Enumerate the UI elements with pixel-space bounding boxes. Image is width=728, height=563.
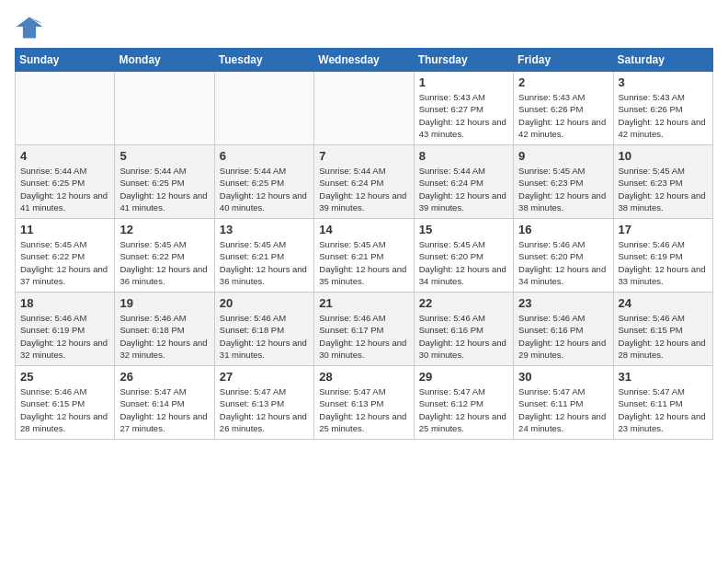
calendar-cell: 6Sunrise: 5:44 AMSunset: 6:25 PMDaylight… (214, 145, 313, 219)
day-number: 16 (518, 223, 608, 236)
calendar-cell: 21Sunrise: 5:46 AMSunset: 6:17 PMDayligh… (314, 293, 414, 366)
day-info: Sunrise: 5:47 AMSunset: 6:14 PMDaylight:… (119, 385, 209, 434)
column-header-wednesday: Wednesday (314, 49, 414, 72)
calendar-cell: 13Sunrise: 5:45 AMSunset: 6:21 PMDayligh… (214, 219, 313, 293)
day-info: Sunrise: 5:47 AMSunset: 6:13 PMDaylight:… (319, 385, 408, 434)
calendar-cell: 7Sunrise: 5:44 AMSunset: 6:24 PMDaylight… (314, 145, 414, 219)
day-info: Sunrise: 5:46 AMSunset: 6:17 PMDaylight:… (319, 312, 408, 361)
day-info: Sunrise: 5:47 AMSunset: 6:13 PMDaylight:… (220, 385, 309, 434)
calendar-cell (314, 72, 414, 145)
day-number: 19 (119, 296, 209, 310)
day-number: 25 (20, 370, 109, 384)
day-info: Sunrise: 5:44 AMSunset: 6:25 PMDaylight:… (220, 165, 309, 213)
day-info: Sunrise: 5:46 AMSunset: 6:15 PMDaylight:… (619, 312, 708, 361)
svg-marker-0 (17, 17, 42, 38)
column-header-saturday: Saturday (613, 49, 712, 72)
logo-icon (15, 15, 44, 40)
calendar-cell: 27Sunrise: 5:47 AMSunset: 6:13 PMDayligh… (214, 366, 313, 440)
day-number: 4 (20, 149, 109, 163)
calendar-cell: 2Sunrise: 5:43 AMSunset: 6:26 PMDaylight… (514, 72, 613, 145)
day-info: Sunrise: 5:46 AMSunset: 6:19 PMDaylight:… (20, 312, 109, 361)
day-number: 20 (220, 296, 309, 310)
day-info: Sunrise: 5:45 AMSunset: 6:21 PMDaylight:… (319, 238, 408, 287)
day-number: 24 (619, 296, 708, 310)
calendar-cell: 15Sunrise: 5:45 AMSunset: 6:20 PMDayligh… (414, 219, 513, 293)
day-number: 18 (20, 296, 109, 310)
logo (15, 15, 48, 40)
day-info: Sunrise: 5:45 AMSunset: 6:20 PMDaylight:… (419, 238, 508, 287)
header-row: SundayMondayTuesdayWednesdayThursdayFrid… (16, 49, 713, 72)
calendar-cell: 12Sunrise: 5:45 AMSunset: 6:22 PMDayligh… (115, 219, 214, 293)
calendar-cell: 1Sunrise: 5:43 AMSunset: 6:27 PMDaylight… (414, 72, 513, 145)
column-header-tuesday: Tuesday (214, 49, 313, 72)
calendar-cell: 18Sunrise: 5:46 AMSunset: 6:19 PMDayligh… (16, 293, 115, 366)
day-number: 17 (619, 223, 708, 236)
day-number: 21 (319, 296, 408, 310)
day-info: Sunrise: 5:46 AMSunset: 6:19 PMDaylight:… (619, 238, 708, 287)
calendar-cell: 28Sunrise: 5:47 AMSunset: 6:13 PMDayligh… (314, 366, 414, 440)
calendar-cell: 24Sunrise: 5:46 AMSunset: 6:15 PMDayligh… (613, 293, 712, 366)
page-header (15, 15, 713, 40)
day-info: Sunrise: 5:45 AMSunset: 6:23 PMDaylight:… (619, 165, 708, 213)
calendar-cell: 10Sunrise: 5:45 AMSunset: 6:23 PMDayligh… (613, 145, 712, 219)
calendar-cell: 11Sunrise: 5:45 AMSunset: 6:22 PMDayligh… (16, 219, 115, 293)
day-number: 15 (419, 223, 508, 236)
column-header-monday: Monday (115, 49, 214, 72)
day-info: Sunrise: 5:47 AMSunset: 6:11 PMDaylight:… (518, 385, 608, 434)
day-number: 8 (419, 149, 508, 163)
calendar-cell: 31Sunrise: 5:47 AMSunset: 6:11 PMDayligh… (613, 366, 712, 440)
calendar-cell: 3Sunrise: 5:43 AMSunset: 6:26 PMDaylight… (613, 72, 712, 145)
week-row-3: 11Sunrise: 5:45 AMSunset: 6:22 PMDayligh… (16, 219, 713, 293)
day-info: Sunrise: 5:43 AMSunset: 6:26 PMDaylight:… (619, 91, 708, 140)
calendar-cell: 19Sunrise: 5:46 AMSunset: 6:18 PMDayligh… (115, 293, 214, 366)
day-number: 27 (220, 370, 309, 384)
day-info: Sunrise: 5:46 AMSunset: 6:18 PMDaylight:… (220, 312, 309, 361)
day-info: Sunrise: 5:45 AMSunset: 6:22 PMDaylight:… (20, 238, 109, 287)
day-number: 26 (119, 370, 209, 384)
day-number: 5 (119, 149, 209, 163)
day-number: 6 (220, 149, 309, 163)
calendar-cell (16, 72, 115, 145)
day-number: 14 (319, 223, 408, 236)
calendar-cell: 5Sunrise: 5:44 AMSunset: 6:25 PMDaylight… (115, 145, 214, 219)
day-info: Sunrise: 5:46 AMSunset: 6:18 PMDaylight:… (119, 312, 209, 361)
day-number: 29 (419, 370, 508, 384)
calendar-cell: 14Sunrise: 5:45 AMSunset: 6:21 PMDayligh… (314, 219, 414, 293)
day-number: 2 (518, 75, 608, 89)
column-header-friday: Friday (514, 49, 613, 72)
calendar-cell: 29Sunrise: 5:47 AMSunset: 6:12 PMDayligh… (414, 366, 513, 440)
day-info: Sunrise: 5:46 AMSunset: 6:16 PMDaylight:… (518, 312, 608, 361)
column-header-sunday: Sunday (16, 49, 115, 72)
week-row-4: 18Sunrise: 5:46 AMSunset: 6:19 PMDayligh… (16, 293, 713, 366)
day-info: Sunrise: 5:44 AMSunset: 6:25 PMDaylight:… (119, 165, 209, 213)
column-header-thursday: Thursday (414, 49, 513, 72)
day-number: 30 (518, 370, 608, 384)
day-info: Sunrise: 5:46 AMSunset: 6:16 PMDaylight:… (419, 312, 508, 361)
day-number: 22 (419, 296, 508, 310)
week-row-2: 4Sunrise: 5:44 AMSunset: 6:25 PMDaylight… (16, 145, 713, 219)
calendar-table: SundayMondayTuesdayWednesdayThursdayFrid… (15, 48, 713, 440)
calendar-cell: 4Sunrise: 5:44 AMSunset: 6:25 PMDaylight… (16, 145, 115, 219)
calendar-cell: 9Sunrise: 5:45 AMSunset: 6:23 PMDaylight… (514, 145, 613, 219)
day-info: Sunrise: 5:43 AMSunset: 6:26 PMDaylight:… (518, 91, 608, 140)
calendar-cell (115, 72, 214, 145)
week-row-5: 25Sunrise: 5:46 AMSunset: 6:15 PMDayligh… (16, 366, 713, 440)
day-info: Sunrise: 5:43 AMSunset: 6:27 PMDaylight:… (419, 91, 508, 140)
week-row-1: 1Sunrise: 5:43 AMSunset: 6:27 PMDaylight… (16, 72, 713, 145)
day-number: 10 (619, 149, 708, 163)
calendar-cell: 26Sunrise: 5:47 AMSunset: 6:14 PMDayligh… (115, 366, 214, 440)
day-info: Sunrise: 5:46 AMSunset: 6:20 PMDaylight:… (518, 238, 608, 287)
day-info: Sunrise: 5:45 AMSunset: 6:22 PMDaylight:… (119, 238, 209, 287)
calendar-cell: 16Sunrise: 5:46 AMSunset: 6:20 PMDayligh… (514, 219, 613, 293)
day-number: 9 (518, 149, 608, 163)
day-number: 12 (119, 223, 209, 236)
calendar-cell: 20Sunrise: 5:46 AMSunset: 6:18 PMDayligh… (214, 293, 313, 366)
calendar-cell: 25Sunrise: 5:46 AMSunset: 6:15 PMDayligh… (16, 366, 115, 440)
day-info: Sunrise: 5:47 AMSunset: 6:12 PMDaylight:… (419, 385, 508, 434)
day-number: 1 (419, 75, 508, 89)
day-number: 11 (20, 223, 109, 236)
day-info: Sunrise: 5:44 AMSunset: 6:25 PMDaylight:… (20, 165, 109, 213)
calendar-cell: 23Sunrise: 5:46 AMSunset: 6:16 PMDayligh… (514, 293, 613, 366)
day-number: 7 (319, 149, 408, 163)
calendar-cell (214, 72, 313, 145)
